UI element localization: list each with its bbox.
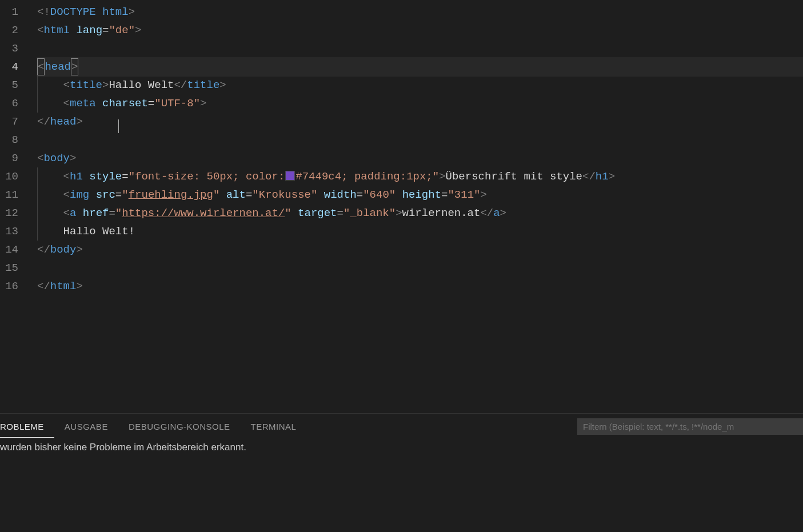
line-number[interactable]: 16 — [0, 277, 23, 295]
code-line[interactable] — [37, 259, 803, 277]
code-editor[interactable]: <!DOCTYPE html> <html lang="de"> <head> … — [23, 0, 803, 413]
editor-area: 1 2 3 4 5 6 7 8 9 10 11 12 13 14 15 16 <… — [0, 0, 803, 413]
line-number[interactable]: 13 — [0, 222, 23, 241]
line-number[interactable]: 1 — [0, 3, 23, 21]
code-line[interactable]: <body> — [37, 149, 803, 167]
panel-tabs: ROBLEME AUSGABE DEBUGGING-KONSOLE TERMIN… — [0, 414, 803, 439]
code-line[interactable]: </head> — [37, 113, 803, 131]
code-line[interactable] — [37, 131, 803, 149]
line-number[interactable]: 3 — [0, 39, 23, 58]
line-number[interactable]: 8 — [0, 131, 23, 149]
line-number[interactable]: 15 — [0, 259, 23, 277]
panel-message: wurden bisher keine Probleme im Arbeitsb… — [0, 439, 803, 532]
code-line[interactable]: <a href="https://www.wirlernen.at/" targ… — [37, 204, 803, 222]
tab-terminal[interactable]: TERMINAL — [251, 416, 307, 437]
tab-problems[interactable]: ROBLEME — [0, 416, 54, 438]
code-line[interactable] — [37, 39, 803, 58]
code-line[interactable]: <title>Hallo Welt</title> — [37, 76, 803, 94]
line-number[interactable]: 10 — [0, 167, 23, 186]
tab-debug-console[interactable]: DEBUGGING-KONSOLE — [129, 416, 241, 437]
tab-output[interactable]: AUSGABE — [65, 416, 118, 437]
code-line[interactable]: <meta charset="UTF-8"> — [37, 94, 803, 113]
bottom-panel: ROBLEME AUSGABE DEBUGGING-KONSOLE TERMIN… — [0, 413, 803, 532]
filter-input[interactable] — [577, 418, 803, 435]
line-number[interactable]: 2 — [0, 21, 23, 39]
code-line[interactable]: <html lang="de"> — [37, 21, 803, 39]
line-number[interactable]: 14 — [0, 241, 23, 259]
line-number[interactable]: 7 — [0, 113, 23, 131]
code-line-active[interactable]: <head> — [37, 58, 803, 76]
line-number[interactable]: 4 — [0, 58, 23, 76]
line-number[interactable]: 9 — [0, 149, 23, 167]
code-line[interactable]: <!DOCTYPE html> — [37, 3, 803, 21]
code-line[interactable]: <img src="fruehling.jpg" alt="Krokusse" … — [37, 186, 803, 204]
code-line[interactable]: <h1 style="font-size: 50px; color:#7449c… — [37, 167, 803, 186]
line-number[interactable]: 6 — [0, 94, 23, 113]
line-number-gutter: 1 2 3 4 5 6 7 8 9 10 11 12 13 14 15 16 — [0, 0, 23, 413]
line-number[interactable]: 12 — [0, 204, 23, 222]
color-swatch-icon[interactable] — [285, 171, 295, 181]
code-line[interactable]: </body> — [37, 241, 803, 259]
line-number[interactable]: 5 — [0, 76, 23, 94]
code-line[interactable]: Hallo Welt! — [37, 222, 803, 241]
line-number[interactable]: 11 — [0, 186, 23, 204]
code-line[interactable]: </html> — [37, 277, 803, 295]
